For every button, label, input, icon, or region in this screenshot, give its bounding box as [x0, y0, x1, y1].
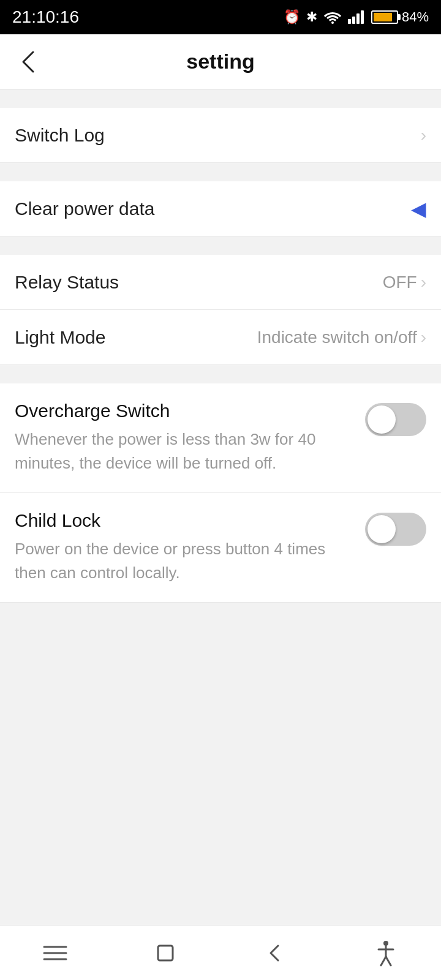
nav-accessibility-button[interactable]: [361, 935, 410, 971]
battery-percent: 84%: [402, 9, 429, 25]
relay-status-value: OFF: [383, 273, 417, 292]
wifi-icon: [323, 10, 342, 24]
switch-log-item[interactable]: Switch Log ›: [0, 108, 441, 163]
content-spacer: [0, 603, 441, 925]
back-button[interactable]: [15, 43, 42, 80]
overcharge-switch-text: Overcharge Switch Whenever the power is …: [15, 401, 365, 475]
svg-rect-7: [158, 946, 173, 960]
svg-rect-3: [361, 10, 364, 24]
page-title: setting: [186, 50, 254, 74]
light-mode-chevron-icon: ›: [421, 328, 426, 347]
relay-status-item[interactable]: Relay Status OFF ›: [0, 255, 441, 310]
svg-rect-0: [348, 19, 351, 24]
nav-home-button[interactable]: [141, 935, 190, 971]
relay-chevron-right-icon: ›: [421, 273, 426, 292]
overcharge-switch-title: Overcharge Switch: [15, 401, 350, 421]
nav-back-button[interactable]: [251, 935, 300, 971]
light-mode-value: Indicate switch on/off: [257, 328, 417, 347]
alarm-icon: ⏰: [284, 9, 300, 25]
bottom-nav: [0, 925, 441, 980]
svg-line-11: [381, 957, 386, 965]
clear-power-data-item[interactable]: Clear power data ◀: [0, 181, 441, 236]
overcharge-switch-desc: Whenever the power is less than 3w for 4…: [15, 428, 350, 475]
bluetooth-icon: ✱: [306, 9, 317, 25]
overcharge-switch-section: Overcharge Switch Whenever the power is …: [0, 383, 441, 493]
light-mode-right: Indicate switch on/off ›: [257, 328, 426, 347]
section-gap-2: [0, 163, 441, 181]
light-mode-label: Light Mode: [15, 327, 105, 348]
child-lock-title: Child Lock: [15, 510, 350, 531]
relay-status-right: OFF ›: [383, 273, 426, 292]
nav-menu-button[interactable]: [31, 935, 80, 971]
relay-status-label: Relay Status: [15, 272, 119, 293]
section-gap-3: [0, 236, 441, 255]
child-lock-toggle[interactable]: [365, 513, 426, 546]
svg-rect-2: [356, 13, 360, 24]
battery-fill: [374, 13, 392, 21]
overcharge-switch-row: Overcharge Switch Whenever the power is …: [15, 401, 426, 475]
section-gap-4: [0, 365, 441, 383]
svg-rect-1: [352, 17, 355, 24]
switch-log-right: ›: [421, 126, 426, 145]
svg-line-12: [386, 957, 391, 965]
status-bar: 21:10:16 ⏰ ✱ 84%: [0, 0, 441, 34]
child-lock-knob: [368, 515, 396, 543]
child-lock-row: Child Lock Power on the device or press …: [15, 510, 426, 585]
overcharge-switch-toggle[interactable]: [365, 403, 426, 436]
status-icons: ⏰ ✱ 84%: [284, 9, 429, 25]
light-mode-item[interactable]: Light Mode Indicate switch on/off ›: [0, 310, 441, 365]
child-lock-text: Child Lock Power on the device or press …: [15, 510, 365, 585]
battery-container: 84%: [371, 9, 429, 25]
header: setting: [0, 34, 441, 89]
clear-power-data-right: ◀: [411, 197, 426, 221]
chevron-left-blue-icon: ◀: [411, 197, 426, 221]
clear-power-data-label: Clear power data: [15, 198, 154, 219]
status-time: 21:10:16: [12, 7, 79, 27]
child-lock-desc: Power on the device or press button 4 ti…: [15, 537, 350, 585]
signal-icon: [348, 10, 365, 24]
switch-log-label: Switch Log: [15, 125, 105, 146]
battery-icon: [371, 10, 398, 24]
chevron-right-icon: ›: [421, 126, 426, 145]
child-lock-section: Child Lock Power on the device or press …: [0, 493, 441, 603]
section-gap-1: [0, 89, 441, 108]
overcharge-switch-knob: [368, 405, 396, 434]
